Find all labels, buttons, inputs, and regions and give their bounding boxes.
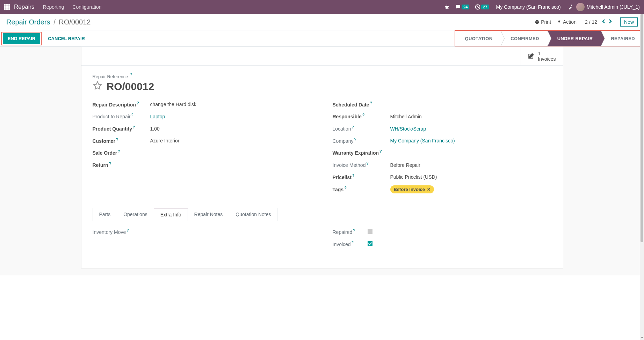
label-tags: Tags? [333,186,390,192]
value-product-to-repair[interactable]: Laptop [150,114,165,119]
value-repair-description[interactable]: change the Hard disk [150,102,196,107]
menu-configuration[interactable]: Configuration [72,4,101,10]
svg-line-14 [448,8,449,8]
form-sheet: 1 Invoices Repair Reference ? RO/00012 [81,47,563,268]
button-box: 1 Invoices [81,47,563,66]
stat-invoices[interactable]: 1 Invoices [521,47,563,65]
tab-quotation-notes[interactable]: Quotation Notes [229,208,277,221]
svg-point-16 [558,21,560,23]
company-selector[interactable]: My Company (San Francisco) [496,4,561,10]
pager-prev[interactable] [601,19,607,25]
label-product-qty: Product Quantity? [93,125,150,132]
sheet-wrapper: 1 Invoices Repair Reference ? RO/00012 [0,47,644,275]
label-invoice-method: Invoice Method? [333,161,390,168]
svg-rect-5 [8,6,10,8]
record-title[interactable]: RO/00012 [107,81,154,93]
scrollbar-thumb[interactable] [641,14,643,242]
breadcrumb: Repair Orders / RO/00012 [6,18,91,26]
svg-line-12 [448,6,449,7]
label-product-to-repair: Product to Repair? [93,113,150,119]
label-company: Company? [333,137,390,144]
svg-rect-6 [4,8,6,10]
user-menu[interactable]: Mitchell Admin (JULY_1) [576,3,640,11]
form-right-column: Scheduled Date? Responsible? Mitchell Ad… [333,101,552,199]
checkbox-repaired[interactable] [368,229,372,234]
label-return: Return? [93,161,150,168]
avatar [576,3,585,11]
svg-rect-2 [8,4,10,6]
label-responsible: Responsible? [333,113,390,119]
tab-repair-notes[interactable]: Repair Notes [188,208,230,221]
tag-remove-icon[interactable]: ✕ [427,187,430,192]
scrollbar[interactable]: ▾ [640,14,644,275]
label-scheduled-date: Scheduled Date? [333,101,390,108]
pencil-square-icon [528,53,534,60]
print-button[interactable]: Print [535,19,551,25]
tab-parts[interactable]: Parts [93,208,117,221]
pager-count[interactable]: 2 / 12 [585,19,597,25]
action-button[interactable]: Action [557,19,577,25]
label-invoiced: Invoiced? [333,241,368,247]
form-left-column: Repair Description? change the Hard disk… [93,101,312,199]
label-repaired: Repaired? [333,228,368,235]
label-inventory-move: Inventory Move? [93,228,150,235]
messages-icon[interactable]: 24 [455,4,469,10]
value-responsible[interactable]: Mitchell Admin [390,114,422,119]
cancel-repair-button[interactable]: Cancel Repair [43,33,90,44]
messages-badge: 24 [462,5,469,9]
value-company[interactable]: My Company (San Francisco) [390,138,455,143]
label-customer: Customer? [93,137,150,144]
top-navbar: Repairs Reporting Configuration 24 27 My… [0,0,644,14]
new-button[interactable]: New [620,17,638,27]
stat-invoices-label: Invoices [538,56,556,62]
tools-icon[interactable] [568,4,573,10]
apps-icon[interactable] [4,4,10,10]
statusbar-row: End Repair Cancel Repair Quotation Confi… [0,30,644,47]
end-repair-button[interactable]: End Repair [3,33,40,44]
svg-point-9 [446,6,448,9]
value-pricelist[interactable]: Public Pricelist (USD) [390,174,437,180]
breadcrumb-root[interactable]: Repair Orders [6,18,50,26]
value-customer[interactable]: Azure Interior [150,138,180,143]
value-product-qty[interactable]: 1.00 [150,126,160,132]
highlight-end-repair: End Repair [1,32,42,45]
status-confirmed[interactable]: Confirmed [501,31,547,46]
extra-info-pane: Inventory Move? Repaired? Invoiced? [93,228,552,252]
pager-next[interactable] [607,19,613,25]
tab-operations[interactable]: Operations [117,208,154,221]
svg-line-11 [445,6,446,7]
app-name[interactable]: Repairs [14,3,35,10]
value-invoice-method[interactable]: Before Repair [390,162,420,168]
pager: 2 / 12 [585,19,613,25]
svg-rect-1 [6,4,8,6]
debug-icon[interactable] [444,4,450,10]
activities-icon[interactable]: 27 [475,4,489,10]
svg-line-13 [445,8,446,8]
help-icon[interactable]: ? [130,73,132,77]
label-repair-description: Repair Description? [93,101,150,108]
repair-reference-label: Repair Reference [93,74,128,79]
svg-rect-4 [6,6,8,8]
user-name: Mitchell Admin (JULY_1) [587,4,640,10]
value-location[interactable]: WH/Stock/Scrap [390,126,426,132]
status-quotation[interactable]: Quotation [455,31,501,46]
notebook-tabs: Parts Operations Extra Info Repair Notes… [93,207,552,221]
star-icon[interactable] [93,81,102,92]
svg-rect-3 [4,6,6,8]
checkbox-invoiced[interactable] [368,241,372,246]
status-under-repair[interactable]: Under Repair [548,31,601,46]
menu-reporting[interactable]: Reporting [43,4,64,10]
value-tags[interactable]: Before Invoice ✕ [390,185,434,193]
label-pricelist: Pricelist? [333,173,390,180]
label-location: Location? [333,125,390,132]
status-repaired[interactable]: Repaired [601,31,643,46]
tab-extra-info[interactable]: Extra Info [154,208,188,221]
svg-rect-0 [4,4,6,6]
tag-before-invoice[interactable]: Before Invoice ✕ [390,185,434,193]
control-panel: Repair Orders / RO/00012 Print Action 2 … [0,14,644,30]
label-sale-order: Sale Order? [93,149,150,156]
svg-rect-7 [6,8,8,10]
status-arrows: Quotation Confirmed Under Repair Repaire… [455,30,644,46]
label-warranty: Warranty Expiration? [333,149,390,156]
breadcrumb-current: RO/00012 [59,18,91,26]
